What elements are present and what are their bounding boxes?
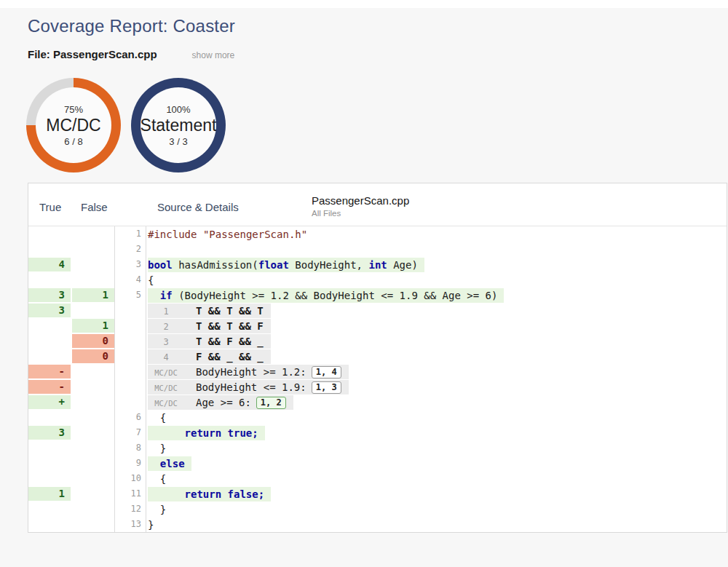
true-count-cell: +: [28, 394, 71, 410]
line-number: 5: [114, 288, 146, 303]
false-count-cell: [72, 471, 114, 486]
donut-center-text: 75%MC/DC6 / 8: [36, 87, 111, 163]
true-count-cell-value: 3: [28, 304, 71, 317]
false-count-cell: [72, 303, 114, 318]
column-header-true: True: [39, 201, 61, 213]
line-number: 9: [114, 456, 146, 471]
true-count-cell: [28, 349, 71, 364]
line-number: [114, 364, 146, 379]
coverage-donuts: 75%MC/DC6 / 8100%Statement3 / 3: [26, 78, 226, 173]
condition-row: 31T && T && T: [28, 303, 727, 318]
true-count-cell: 3: [28, 425, 71, 440]
code-cell: 4F && _ && _: [146, 349, 727, 364]
file-tab[interactable]: PassengerScan.cpp All Files: [312, 194, 409, 218]
line-number: [114, 318, 146, 333]
code-cell: {: [146, 272, 727, 288]
false-count-cell: [72, 242, 114, 257]
code-token: {: [148, 274, 154, 286]
false-count-cell: 0: [72, 333, 114, 349]
code-token: hasAdmission(: [173, 259, 258, 271]
code-cell: }: [146, 501, 727, 517]
donut-fraction: 3 / 3: [169, 136, 187, 147]
code-token: BodyHeight,: [289, 259, 369, 271]
false-count-cell: [72, 440, 114, 456]
keyword-token: bool: [148, 259, 173, 271]
condition-detail: 3T && F && _: [148, 334, 271, 349]
true-count-cell: [28, 456, 71, 471]
condition-index: 4: [148, 350, 184, 364]
code-row: 4{: [28, 272, 727, 288]
line-number: 3: [114, 257, 146, 272]
keyword-token: return true;: [185, 427, 258, 439]
code-line: #include "PassengerScan.h": [148, 227, 307, 242]
false-count-cell-value: 1: [72, 288, 114, 302]
code-cell: {: [146, 410, 727, 425]
code-token: [148, 458, 160, 469]
code-row: 2: [28, 242, 727, 257]
false-count-cell: [72, 410, 114, 425]
code-row: 6 {: [28, 410, 727, 425]
code-token: (BodyHeight >= 1.2 && BodyHeight <= 1.9 …: [173, 290, 498, 301]
line-number: 2: [114, 242, 146, 257]
mcdc-row: -MC/DCBodyHeight >= 1.2:1, 4: [28, 364, 727, 379]
code-line: }: [148, 518, 154, 532]
file-tab-name: PassengerScan.cpp: [312, 194, 409, 207]
code-cell: else: [146, 456, 727, 471]
donut-percent: 75%: [64, 104, 83, 115]
false-count-cell: [72, 517, 114, 532]
code-line: {: [148, 273, 154, 288]
donut-percent: 100%: [166, 104, 190, 115]
code-line: if (BodyHeight >= 1.2 && BodyHeight <= 1…: [148, 288, 504, 303]
line-number: 6: [114, 410, 146, 425]
code-row: 13}: [28, 517, 727, 532]
true-count-cell-value: -: [28, 365, 71, 378]
line-number: 8: [114, 440, 146, 456]
code-token: {: [148, 412, 166, 424]
true-count-cell-value: 3: [28, 426, 71, 440]
source-coverage-table: True False Source & Details PassengerSca…: [28, 183, 727, 533]
code-token: }: [148, 443, 166, 454]
mcdc-label: MC/DC: [148, 381, 184, 394]
code-token: }: [148, 519, 154, 531]
code-token: }: [148, 504, 166, 515]
mcdc-row: +MC/DCAge >= 6:1, 2: [28, 394, 727, 410]
donut-fraction: 6 / 8: [64, 136, 82, 147]
true-count-cell: 4: [28, 257, 71, 272]
code-row: 12 }: [28, 501, 727, 517]
page-title: Coverage Report: Coaster: [28, 16, 235, 36]
line-number: [114, 379, 146, 394]
false-count-cell-value: 0: [72, 349, 114, 363]
donut-center-text: 100%Statement3 / 3: [141, 87, 216, 163]
true-count-cell-value: +: [28, 395, 71, 409]
code-row: 315 if (BodyHeight >= 1.2 && BodyHeight …: [28, 288, 727, 303]
line-number: 4: [114, 272, 146, 288]
code-cell: return false;: [146, 486, 727, 501]
true-count-cell-value: 4: [28, 258, 71, 271]
condition-detail: 1T && T && T: [148, 304, 271, 318]
code-line: return false;: [148, 487, 271, 501]
code-token: [197, 229, 202, 240]
keyword-token: return false;: [185, 488, 265, 500]
keyword-token: else: [160, 458, 185, 469]
true-count-cell: [28, 517, 71, 532]
condition-index: 3: [148, 335, 184, 349]
mcdc-expression: BodyHeight >= 1.2:: [184, 366, 306, 378]
false-count-cell: 0: [72, 349, 114, 364]
true-count-cell: [28, 410, 71, 425]
donut-label: Statement: [141, 116, 217, 135]
code-cell: return true;: [146, 425, 727, 440]
false-count-cell: 1: [72, 288, 114, 303]
show-more-link[interactable]: show more: [192, 50, 235, 60]
code-cell: MC/DCBodyHeight >= 1.2:1, 4: [146, 364, 727, 379]
keyword-token: float: [258, 259, 289, 271]
false-count-cell: [72, 394, 114, 410]
column-header-source: Source & Details: [157, 201, 239, 213]
condition-detail: 4F && _ && _: [148, 349, 271, 364]
true-count-cell-value: 1: [28, 487, 71, 501]
code-cell: [146, 242, 727, 257]
code-cell: bool hasAdmission(float BodyHeight, int …: [146, 257, 727, 272]
true-count-cell: [28, 333, 71, 349]
line-number: 13: [114, 517, 146, 532]
mcdc-row: -MC/DCBodyHeight <= 1.9:1, 3: [28, 379, 727, 394]
keyword-token: int: [368, 259, 387, 271]
